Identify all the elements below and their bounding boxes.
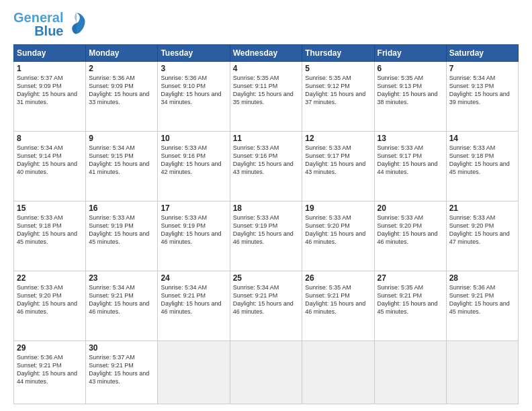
day-info: Sunrise: 5:33 AM Sunset: 9:17 PM Dayligh… — [305, 144, 371, 177]
day-number: 25 — [233, 273, 300, 283]
col-tuesday: Tuesday — [158, 45, 230, 62]
day-info: Sunrise: 5:34 AM Sunset: 9:14 PM Dayligh… — [17, 144, 83, 177]
day-info: Sunrise: 5:34 AM Sunset: 9:15 PM Dayligh… — [89, 144, 154, 177]
day-number: 23 — [89, 273, 154, 283]
day-info: Sunrise: 5:37 AM Sunset: 9:09 PM Dayligh… — [17, 74, 83, 107]
day-number: 10 — [161, 134, 226, 143]
table-row: 20 Sunrise: 5:33 AM Sunset: 9:20 PM Dayl… — [374, 201, 446, 271]
day-number: 26 — [305, 273, 371, 283]
table-row: 4 Sunrise: 5:35 AM Sunset: 9:11 PM Dayli… — [230, 62, 302, 132]
day-number: 30 — [89, 343, 154, 353]
day-info: Sunrise: 5:35 AM Sunset: 9:11 PM Dayligh… — [233, 74, 300, 107]
table-row: 7 Sunrise: 5:34 AM Sunset: 9:13 PM Dayli… — [446, 62, 518, 132]
table-row: 30 Sunrise: 5:37 AM Sunset: 9:21 PM Dayl… — [86, 340, 158, 404]
day-info: Sunrise: 5:33 AM Sunset: 9:18 PM Dayligh… — [17, 214, 83, 246]
table-row — [230, 340, 302, 404]
day-info: Sunrise: 5:33 AM Sunset: 9:20 PM Dayligh… — [305, 214, 371, 246]
col-sunday: Sunday — [14, 45, 86, 62]
day-info: Sunrise: 5:35 AM Sunset: 9:12 PM Dayligh… — [305, 74, 371, 107]
day-number: 7 — [449, 64, 515, 73]
day-info: Sunrise: 5:36 AM Sunset: 9:10 PM Dayligh… — [161, 74, 226, 107]
day-number: 4 — [233, 64, 300, 73]
table-row: 25 Sunrise: 5:34 AM Sunset: 9:21 PM Dayl… — [230, 271, 302, 340]
table-row: 16 Sunrise: 5:33 AM Sunset: 9:19 PM Dayl… — [86, 201, 158, 271]
day-number: 27 — [378, 273, 443, 283]
day-number: 9 — [89, 134, 154, 143]
table-row — [302, 340, 374, 404]
logo-blue: Blue — [34, 24, 63, 38]
header: General Blue — [13, 11, 519, 38]
table-row: 17 Sunrise: 5:33 AM Sunset: 9:19 PM Dayl… — [158, 201, 230, 271]
calendar-week-row: 22 Sunrise: 5:33 AM Sunset: 9:20 PM Dayl… — [14, 271, 519, 340]
table-row — [374, 340, 446, 404]
day-number: 22 — [17, 273, 83, 283]
day-info: Sunrise: 5:33 AM Sunset: 9:16 PM Dayligh… — [233, 144, 300, 177]
table-row: 27 Sunrise: 5:35 AM Sunset: 9:21 PM Dayl… — [374, 271, 446, 340]
day-info: Sunrise: 5:35 AM Sunset: 9:21 PM Dayligh… — [378, 283, 443, 316]
table-row: 19 Sunrise: 5:33 AM Sunset: 9:20 PM Dayl… — [302, 201, 374, 271]
day-number: 19 — [305, 203, 371, 213]
table-row: 13 Sunrise: 5:33 AM Sunset: 9:17 PM Dayl… — [374, 131, 446, 201]
day-number: 24 — [161, 273, 226, 283]
day-number: 6 — [378, 64, 443, 73]
logo-general: General — [13, 11, 63, 24]
page: General Blue Sunday Monday Tuesday — [0, 0, 532, 411]
table-row: 18 Sunrise: 5:33 AM Sunset: 9:19 PM Dayl… — [230, 201, 302, 271]
table-row: 26 Sunrise: 5:35 AM Sunset: 9:21 PM Dayl… — [302, 271, 374, 340]
day-info: Sunrise: 5:36 AM Sunset: 9:21 PM Dayligh… — [17, 353, 83, 386]
day-info: Sunrise: 5:33 AM Sunset: 9:19 PM Dayligh… — [89, 214, 154, 246]
day-number: 1 — [17, 64, 83, 73]
day-number: 11 — [233, 134, 300, 143]
day-info: Sunrise: 5:35 AM Sunset: 9:21 PM Dayligh… — [305, 283, 371, 316]
day-info: Sunrise: 5:33 AM Sunset: 9:20 PM Dayligh… — [17, 283, 83, 316]
col-wednesday: Wednesday — [230, 45, 302, 62]
col-saturday: Saturday — [446, 45, 518, 62]
table-row: 5 Sunrise: 5:35 AM Sunset: 9:12 PM Dayli… — [302, 62, 374, 132]
day-number: 18 — [233, 203, 300, 213]
table-row: 6 Sunrise: 5:35 AM Sunset: 9:13 PM Dayli… — [374, 62, 446, 132]
table-row: 24 Sunrise: 5:34 AM Sunset: 9:21 PM Dayl… — [158, 271, 230, 340]
day-info: Sunrise: 5:33 AM Sunset: 9:17 PM Dayligh… — [378, 144, 443, 177]
day-info: Sunrise: 5:33 AM Sunset: 9:18 PM Dayligh… — [449, 144, 515, 177]
logo: General Blue — [13, 11, 86, 38]
calendar-week-row: 1 Sunrise: 5:37 AM Sunset: 9:09 PM Dayli… — [14, 62, 519, 132]
day-info: Sunrise: 5:35 AM Sunset: 9:13 PM Dayligh… — [378, 74, 443, 107]
table-row: 10 Sunrise: 5:33 AM Sunset: 9:16 PM Dayl… — [158, 131, 230, 201]
day-number: 15 — [17, 203, 83, 213]
table-row: 8 Sunrise: 5:34 AM Sunset: 9:14 PM Dayli… — [14, 131, 86, 201]
table-row: 11 Sunrise: 5:33 AM Sunset: 9:16 PM Dayl… — [230, 131, 302, 201]
table-row: 21 Sunrise: 5:33 AM Sunset: 9:20 PM Dayl… — [446, 201, 518, 271]
day-info: Sunrise: 5:33 AM Sunset: 9:16 PM Dayligh… — [161, 144, 226, 177]
logo-bird-icon — [67, 11, 86, 37]
table-row: 1 Sunrise: 5:37 AM Sunset: 9:09 PM Dayli… — [14, 62, 86, 132]
table-row: 15 Sunrise: 5:33 AM Sunset: 9:18 PM Dayl… — [14, 201, 86, 271]
day-number: 8 — [17, 134, 83, 143]
table-row: 2 Sunrise: 5:36 AM Sunset: 9:09 PM Dayli… — [86, 62, 158, 132]
day-number: 21 — [449, 203, 515, 213]
day-info: Sunrise: 5:34 AM Sunset: 9:21 PM Dayligh… — [161, 283, 226, 316]
col-monday: Monday — [86, 45, 158, 62]
col-friday: Friday — [374, 45, 446, 62]
table-row: 23 Sunrise: 5:34 AM Sunset: 9:21 PM Dayl… — [86, 271, 158, 340]
table-row: 12 Sunrise: 5:33 AM Sunset: 9:17 PM Dayl… — [302, 131, 374, 201]
day-info: Sunrise: 5:37 AM Sunset: 9:21 PM Dayligh… — [89, 353, 154, 386]
day-number: 5 — [305, 64, 371, 73]
table-row — [446, 340, 518, 404]
day-info: Sunrise: 5:33 AM Sunset: 9:20 PM Dayligh… — [378, 214, 443, 246]
calendar-week-row: 8 Sunrise: 5:34 AM Sunset: 9:14 PM Dayli… — [14, 131, 519, 201]
day-info: Sunrise: 5:36 AM Sunset: 9:09 PM Dayligh… — [89, 74, 154, 107]
day-number: 29 — [17, 343, 83, 353]
table-row — [158, 340, 230, 404]
day-number: 20 — [378, 203, 443, 213]
table-row: 9 Sunrise: 5:34 AM Sunset: 9:15 PM Dayli… — [86, 131, 158, 201]
calendar-table: Sunday Monday Tuesday Wednesday Thursday… — [13, 44, 519, 404]
table-row: 28 Sunrise: 5:36 AM Sunset: 9:21 PM Dayl… — [446, 271, 518, 340]
table-row: 22 Sunrise: 5:33 AM Sunset: 9:20 PM Dayl… — [14, 271, 86, 340]
day-number: 28 — [449, 273, 515, 283]
table-row: 29 Sunrise: 5:36 AM Sunset: 9:21 PM Dayl… — [14, 340, 86, 404]
day-number: 2 — [89, 64, 154, 73]
day-info: Sunrise: 5:34 AM Sunset: 9:13 PM Dayligh… — [449, 74, 515, 107]
day-number: 13 — [378, 134, 443, 143]
day-number: 16 — [89, 203, 154, 213]
calendar-header-row: Sunday Monday Tuesday Wednesday Thursday… — [14, 45, 519, 62]
